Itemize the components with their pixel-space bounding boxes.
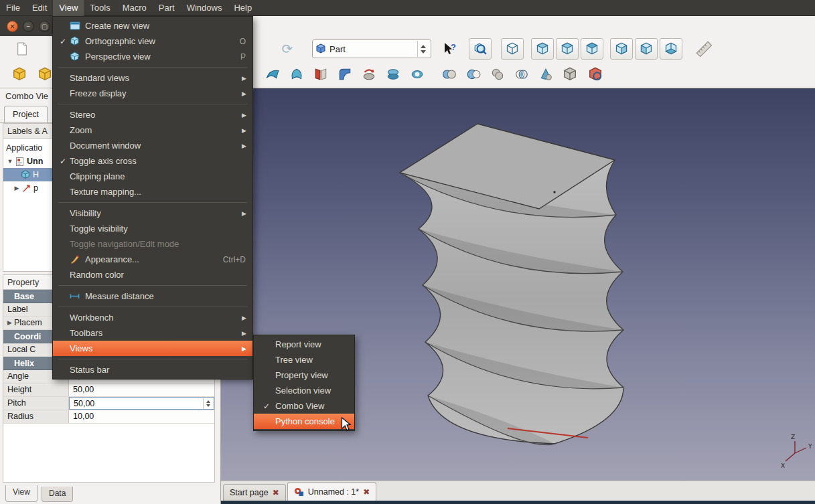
menu-item-perspective-view[interactable]: Perspective view P — [53, 49, 252, 64]
thickness-icon[interactable] — [406, 64, 429, 85]
tab-unnamed-document[interactable]: Unnamed : 1* ✖ — [287, 482, 377, 501]
close-tab-icon[interactable]: ✖ — [273, 488, 279, 497]
property-row-height[interactable]: Height50,00 — [3, 384, 214, 397]
menu-file[interactable]: File — [0, 0, 26, 16]
new-document-icon[interactable] — [11, 38, 33, 60]
menu-item-zoom[interactable]: Zoom▶ — [53, 122, 252, 138]
menu-item-document-window[interactable]: Document window▶ — [53, 138, 252, 153]
submenu-item-report-view[interactable]: Report view — [254, 337, 354, 352]
menu-item-workbench[interactable]: Workbench▶ — [53, 310, 252, 325]
check-geometry-icon[interactable] — [584, 64, 607, 85]
menu-item-clipping-plane[interactable]: Clipping plane — [53, 169, 252, 184]
menu-item-random-color[interactable]: Random color — [53, 267, 252, 282]
svg-text:?: ? — [451, 42, 456, 52]
submenu-item-selection-view[interactable]: Selection view — [254, 383, 354, 398]
menu-view[interactable]: View — [53, 0, 84, 16]
common-icon[interactable] — [510, 64, 533, 85]
menu-item-toolbars[interactable]: Toolbars▶ — [53, 325, 252, 341]
axis-y-label: Y — [808, 443, 812, 450]
union-icon[interactable] — [486, 64, 509, 85]
workbench-cube-icon — [315, 44, 326, 54]
tab-start-page[interactable]: Start page ✖ — [223, 484, 286, 501]
helix-icon — [21, 170, 30, 179]
collapse-icon[interactable]: ▼ — [6, 158, 14, 165]
submenu-item-python-console[interactable]: Python console — [254, 414, 354, 429]
menu-edit[interactable]: Edit — [26, 0, 53, 16]
refresh-icon[interactable]: ⟳ — [276, 38, 299, 60]
submenu-item-property-view[interactable]: Property view — [254, 367, 354, 383]
measure-distance-icon — [70, 291, 81, 302]
checkmark-icon — [58, 157, 68, 166]
axis-z-label: Z — [791, 434, 795, 440]
menu-help[interactable]: Help — [228, 0, 258, 16]
menu-item-toggle-navigation: Toggle navigation/Edit mode — [53, 236, 252, 252]
menu-tools[interactable]: Tools — [84, 0, 116, 16]
offset-icon[interactable] — [382, 64, 404, 85]
boolean-icon[interactable] — [438, 64, 461, 85]
fit-all-icon[interactable] — [469, 38, 492, 60]
menu-windows[interactable]: Windows — [181, 0, 228, 16]
property-row-radius[interactable]: Radius10,00 — [3, 410, 214, 424]
cone-intersection-icon[interactable] — [534, 64, 557, 85]
tab-project[interactable]: Project — [4, 106, 48, 123]
menu-item-toggle-axis-cross[interactable]: Toggle axis cross — [53, 153, 252, 169]
menu-item-visibility[interactable]: Visibility▶ — [53, 205, 252, 221]
workbench-selector[interactable]: Part — [312, 39, 431, 58]
menu-part[interactable]: Part — [153, 0, 181, 16]
menu-item-freeze-display[interactable]: Freeze display▶ — [53, 86, 252, 101]
menu-item-toggle-visibility[interactable]: Toggle visibility — [53, 221, 252, 236]
cut-icon[interactable] — [462, 64, 485, 85]
menu-item-views[interactable]: Views▶ — [53, 341, 252, 356]
submenu-item-tree-view[interactable]: Tree view — [254, 352, 354, 367]
freecad-file-icon — [294, 487, 304, 497]
menu-item-status-bar[interactable]: Status bar — [53, 362, 252, 377]
menu-item-create-new-view[interactable]: Create new view — [53, 18, 252, 33]
menu-item-appearance[interactable]: Appearance... Ctrl+D — [53, 252, 252, 267]
sweep-icon[interactable] — [261, 64, 284, 85]
menubar: File Edit View Tools Macro Part Windows … — [0, 0, 815, 16]
revolve-icon[interactable] — [358, 64, 380, 85]
menu-item-texture-mapping[interactable]: Texture mapping... — [53, 184, 252, 199]
menu-item-measure-distance[interactable]: Measure distance — [53, 288, 252, 304]
close-tab-icon[interactable]: ✖ — [363, 487, 370, 497]
perspective-view-icon — [70, 52, 81, 62]
mouse-cursor — [341, 417, 354, 435]
tab-view[interactable]: View — [5, 485, 38, 502]
close-button[interactable]: ✕ — [7, 21, 18, 32]
views-submenu: Report view Tree view Property view Sele… — [253, 335, 355, 431]
box-primitive-icon[interactable] — [8, 64, 31, 85]
bottom-view-icon[interactable] — [660, 38, 682, 60]
workbench-spinner[interactable] — [417, 41, 428, 57]
measure-ruler-icon[interactable] — [692, 38, 715, 60]
fillet-icon[interactable] — [334, 64, 356, 85]
minimize-button[interactable]: − — [23, 21, 34, 32]
status-strip — [221, 501, 815, 504]
expand-icon[interactable]: ▶ — [13, 185, 21, 191]
pitch-spinner[interactable] — [203, 398, 212, 409]
expand-icon[interactable]: ▶ — [7, 317, 12, 329]
submenu-item-combo-view[interactable]: Combo View — [254, 398, 354, 414]
draw-style-cube-icon[interactable] — [501, 38, 524, 60]
front-view-icon[interactable] — [556, 38, 579, 60]
right-view-icon[interactable] — [610, 38, 633, 60]
loft-icon[interactable] — [285, 64, 308, 85]
rear-view-icon[interactable] — [635, 38, 658, 60]
maximize-button[interactable]: ▢ — [39, 21, 50, 32]
view-menu-dropdown: Create new view Orthographic view O Pers… — [52, 16, 253, 380]
top-view-icon[interactable] — [581, 38, 603, 60]
mirror-icon[interactable] — [309, 64, 332, 85]
menu-item-orthographic-view[interactable]: Orthographic view O — [53, 33, 252, 49]
axis-object-icon — [22, 184, 31, 193]
compound-icon[interactable] — [559, 64, 581, 85]
freecad-window: File Edit View Tools Macro Part Windows … — [0, 0, 815, 504]
property-row-pitch[interactable]: Pitch 50,00 — [3, 397, 214, 410]
document-tab-bar: Start page ✖ Unnamed : 1* ✖ — [221, 481, 815, 501]
menu-macro[interactable]: Macro — [117, 0, 153, 16]
axonometric-view-icon[interactable] — [531, 38, 554, 60]
document-icon — [15, 157, 24, 167]
menu-item-stereo[interactable]: Stereo▶ — [53, 107, 252, 122]
tab-data[interactable]: Data — [42, 487, 73, 502]
whats-this-icon[interactable]: ? — [439, 38, 461, 60]
menu-item-standard-views[interactable]: Standard views▶ — [53, 70, 252, 86]
axis-cross-icon: Z Y X — [781, 434, 812, 469]
